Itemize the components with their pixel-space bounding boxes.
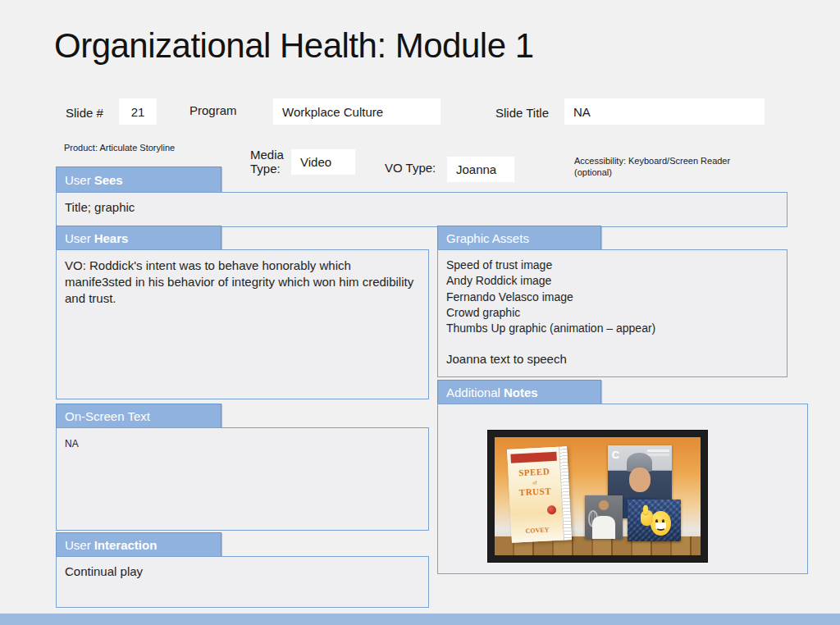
slide-title-label: Slide Title <box>495 106 549 120</box>
book-title-line3: TRUST <box>509 485 561 497</box>
book-author: COVEY <box>511 525 564 535</box>
storyboard-page: Organizational Health: Module 1 Slide # … <box>0 0 840 625</box>
additional-notes-header: Additional Notes <box>437 380 601 404</box>
program-label: Program <box>189 103 237 117</box>
tennis-player-shirt <box>592 516 616 539</box>
graphic-asset-item: Speed of trust image <box>446 258 778 273</box>
graphic-asset-item: Andy Roddick image <box>446 273 778 289</box>
vo-type-label: VO Type: <box>385 161 436 175</box>
slide-number-label: Slide # <box>66 106 103 120</box>
thumbs-up-emoji <box>641 503 672 537</box>
graphic-asset-item: Thumbs Up graphic (animation – appear) <box>446 321 778 336</box>
fernando-velasco-photo <box>585 495 622 539</box>
speed-of-trust-book: SPEED of TRUST COVEY <box>507 446 572 542</box>
slide-preview-scene: SPEED of TRUST COVEY C <box>495 437 701 555</box>
media-type-label: Media Type: <box>250 148 293 176</box>
book-title-line1: SPEED <box>508 465 560 477</box>
page-title: Organizational Health: Module 1 <box>54 26 534 66</box>
graphic-asset-footer: Joanna text to speech <box>446 352 778 367</box>
graphic-asset-item: Crowd graphic <box>446 305 778 321</box>
vo-type-field[interactable]: Joanna <box>447 157 514 182</box>
emoji-thumb <box>643 505 648 514</box>
user-sees-content[interactable]: Title; graphic <box>56 192 788 227</box>
additional-notes-label: Additional <box>446 385 500 399</box>
book-red-dot <box>546 504 556 514</box>
user-interaction-content[interactable]: Continual play <box>56 556 429 608</box>
on-screen-text-label: On-Screen Text <box>65 409 150 423</box>
on-screen-text-content[interactable]: NA <box>56 427 429 531</box>
slide-preview-image: SPEED of TRUST COVEY C <box>488 431 707 562</box>
book-banner <box>510 452 556 463</box>
product-note: Product: Articulate Storyline <box>64 143 175 154</box>
emoji-face <box>651 511 672 536</box>
program-field[interactable]: Workplace Culture <box>273 98 441 125</box>
graphic-assets-label: Graphic Assets <box>446 231 529 245</box>
user-sees-header: User Sees <box>56 167 221 192</box>
roddick-face <box>629 468 651 492</box>
roddick-logo: C <box>612 449 619 461</box>
crowd-graphic <box>628 500 681 541</box>
slide-number-field[interactable]: 21 <box>119 98 157 125</box>
user-sees-label: User <box>65 173 91 187</box>
media-type-field[interactable]: Video <box>291 149 355 175</box>
accessibility-note: Accessibility: Keyboard/Screen Reader (o… <box>574 156 734 179</box>
bottom-accent-bar <box>0 614 840 625</box>
slide-title-field[interactable]: NA <box>564 98 765 125</box>
tennis-player-face <box>599 500 609 510</box>
on-screen-text-header: On-Screen Text <box>56 404 221 427</box>
user-hears-header: User Hears <box>56 226 221 249</box>
graphic-assets-header: Graphic Assets <box>437 226 601 249</box>
user-hears-content[interactable]: VO: Roddick's intent was to behave honor… <box>56 249 429 399</box>
graphic-asset-item: Fernando Velasco image <box>446 290 778 305</box>
user-hears-label: User <box>65 231 91 245</box>
user-interaction-label: User <box>65 538 91 552</box>
roddick-caption-lines <box>647 449 669 452</box>
graphic-assets-content[interactable]: Speed of trust image Andy Roddick image … <box>437 249 788 377</box>
user-interaction-header: User Interaction <box>56 532 221 556</box>
